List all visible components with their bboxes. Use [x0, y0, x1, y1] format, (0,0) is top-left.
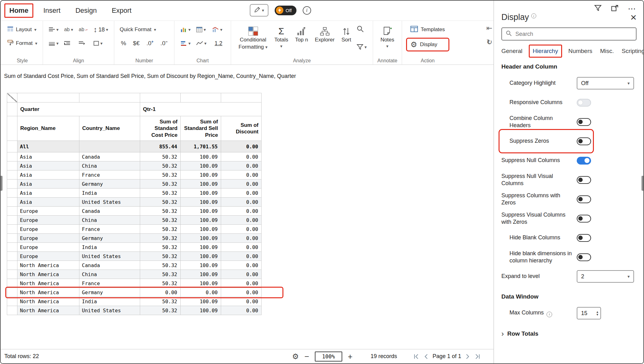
sell-cell[interactable]: 100.09 — [181, 161, 221, 170]
row-gutter[interactable] — [7, 252, 17, 261]
region-cell[interactable]: Asia — [17, 180, 79, 189]
panel-tab-numbers[interactable]: Numbers — [568, 46, 592, 57]
country-cell[interactable]: Canada — [79, 152, 140, 161]
hide-blank-columns-toggle[interactable] — [577, 234, 591, 242]
region-cell[interactable]: Europe — [17, 207, 79, 216]
discount-cell[interactable]: 0.00 — [221, 189, 262, 198]
format-button[interactable]: Format ▾ — [6, 36, 39, 50]
discount-cell[interactable]: 0.00 — [221, 297, 262, 306]
hide-blank-dimensions-in-column-hierarchy-toggle[interactable] — [577, 253, 591, 261]
region-cell[interactable]: Asia — [17, 170, 79, 180]
borders-button[interactable]: ▾ — [92, 40, 110, 46]
more-menu-icon[interactable]: ⋯ — [628, 5, 637, 13]
region-cell[interactable]: North America — [17, 279, 79, 288]
sell-cell[interactable]: 100.09 — [181, 152, 221, 161]
cost-cell[interactable]: 50.32 — [140, 234, 181, 243]
max-columns-spinner[interactable]: 15▴▾ — [577, 307, 601, 319]
region-cell[interactable]: North America — [17, 261, 79, 270]
suppress-visual-columns-with-zeros-toggle[interactable] — [577, 215, 591, 223]
country-cell[interactable]: India — [79, 189, 140, 198]
region-cell[interactable]: North America — [17, 288, 79, 297]
cost-cell[interactable]: 50.32 — [140, 261, 181, 270]
country-cell[interactable]: Canada — [79, 207, 140, 216]
cost-cell[interactable]: 50.32 — [140, 152, 181, 161]
sell-cell[interactable]: 100.09 — [181, 225, 221, 234]
country-cell[interactable]: India — [79, 297, 140, 306]
sell-cell[interactable]: 100.09 — [181, 189, 221, 198]
combo-chart-button[interactable]: ▾ — [210, 26, 227, 33]
cost-column-header[interactable]: Sum of Standard Cost Price — [140, 116, 181, 141]
sort-button[interactable]: Sort — [338, 23, 354, 45]
collapsible-row-totals[interactable]: ›Row Totals — [501, 330, 637, 338]
panel-tab-scripting[interactable]: Scripting — [622, 46, 644, 57]
discount-cell[interactable]: 0.00 — [221, 288, 262, 297]
panel-info-icon[interactable]: i — [531, 13, 536, 18]
suppress-null-visual-columns-toggle[interactable] — [577, 176, 591, 184]
cost-cell[interactable]: 50.32 — [140, 161, 181, 170]
row-gutter[interactable] — [7, 198, 17, 207]
cost-cell[interactable]: 50.32 — [140, 170, 181, 180]
cost-cell[interactable]: 50.32 — [140, 279, 181, 288]
row-gutter[interactable] — [7, 170, 17, 180]
country-cell[interactable]: Germany — [79, 180, 140, 189]
spinner-down-icon[interactable]: ▾ — [596, 313, 598, 316]
cost-cell[interactable]: 50.32 — [140, 243, 181, 252]
last-page-button[interactable] — [474, 354, 481, 359]
chart-type-button[interactable]: ▾ — [178, 26, 192, 33]
left-scrollbar-thumb[interactable] — [1, 176, 2, 191]
country-cell[interactable]: China — [79, 161, 140, 170]
totals-button[interactable]: Σ Totals ▾ — [271, 23, 291, 50]
discount-column-header[interactable]: Sum of Discount — [221, 116, 262, 141]
discount-cell[interactable]: 0.00 — [221, 225, 262, 234]
region-cell[interactable]: Asia — [17, 161, 79, 170]
notes-button[interactable]: Notes ▾ — [377, 23, 398, 50]
country-cell[interactable]: United States — [79, 306, 140, 315]
sell-cell[interactable]: 100.09 — [181, 243, 221, 252]
increase-decimal-button[interactable]: .0+ — [144, 39, 156, 47]
wrap-text-button[interactable]: ab ▾ — [62, 26, 75, 33]
region-cell[interactable]: Europe — [17, 216, 79, 225]
discount-cell[interactable]: 0.00 — [221, 161, 262, 170]
discount-cell[interactable]: 0.00 — [221, 270, 262, 279]
discount-cell[interactable]: 0.00 — [221, 306, 262, 315]
row-gutter[interactable] — [7, 279, 17, 288]
search-data-icon[interactable] — [357, 25, 367, 34]
region-cell[interactable]: Asia — [17, 152, 79, 161]
row-height-button[interactable]: ↕ 18 ▾ — [92, 25, 110, 34]
align-vertical-button[interactable]: ▾ — [47, 40, 60, 46]
discount-cell[interactable]: 0.00 — [221, 252, 262, 261]
cost-cell[interactable]: 50.32 — [140, 252, 181, 261]
empty-header-cell[interactable] — [79, 93, 140, 103]
sell-cell[interactable]: 100.09 — [181, 252, 221, 261]
decrease-decimal-button[interactable]: .0− — [158, 39, 170, 47]
sell-cell[interactable]: 0.00 — [181, 288, 221, 297]
quick-format-dropdown[interactable]: Quick Format ▾ — [118, 23, 170, 36]
suppress-null-columns-toggle[interactable] — [577, 157, 591, 165]
total-label-cell[interactable]: All — [17, 141, 79, 152]
country-cell[interactable]: France — [79, 279, 140, 288]
sell-cell[interactable]: 100.09 — [181, 180, 221, 189]
total-cost-cell[interactable]: 855.44 — [140, 141, 181, 152]
quarter-value-header[interactable]: Qtr-1 — [140, 103, 262, 116]
region-column-header[interactable]: Region_Name — [17, 116, 79, 141]
topn-button[interactable]: Top n — [292, 23, 312, 45]
region-cell[interactable]: Asia — [17, 189, 79, 198]
country-cell[interactable]: India — [79, 243, 140, 252]
cost-cell[interactable]: 50.32 — [140, 297, 181, 306]
region-cell[interactable]: North America — [17, 297, 79, 306]
indent-button[interactable] — [62, 40, 75, 46]
country-cell[interactable]: China — [79, 270, 140, 279]
sell-cell[interactable]: 100.09 — [181, 297, 221, 306]
discount-cell[interactable]: 0.00 — [221, 180, 262, 189]
suppress-zeros-toggle[interactable] — [577, 137, 591, 145]
discount-cell[interactable]: 0.00 — [221, 198, 262, 207]
discount-cell[interactable]: 0.00 — [221, 261, 262, 270]
sell-column-header[interactable]: Sum of Standard Sell Price — [181, 116, 221, 141]
row-gutter[interactable] — [7, 288, 17, 297]
cost-cell[interactable]: 50.32 — [140, 216, 181, 225]
region-cell[interactable]: Europe — [17, 234, 79, 243]
open-window-icon[interactable] — [611, 5, 618, 13]
search-input[interactable] — [515, 31, 632, 38]
country-cell[interactable]: France — [79, 170, 140, 180]
row-gutter[interactable] — [7, 225, 17, 234]
